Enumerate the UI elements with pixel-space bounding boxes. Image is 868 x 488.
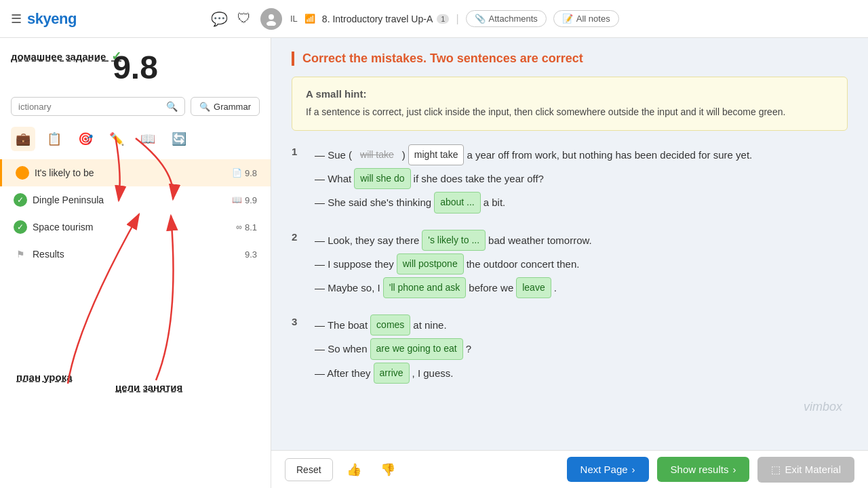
score-icon: 📄 [232,168,242,178]
answer-badge-green[interactable]: about ... [434,192,481,213]
hamburger-icon[interactable]: ☰ [11,12,22,26]
level-indicator: IL [290,14,298,24]
exercise-line: — Maybe so, I 'll phone and ask before w… [315,277,848,298]
all-notes-button[interactable]: 📝 All notes [553,10,619,27]
toolbar-row: 💼 📋 🎯 ✏️ 📖 🔄 [0,121,271,157]
lesson-score: ∞ 8.1 [236,222,257,232]
exercise-3: 3 — The boat comes at nine. — So when ar… [292,314,848,386]
answer-badge-green[interactable]: will she do [354,168,410,189]
attachment-icon: 📎 [475,14,486,24]
exercise-line: — The boat comes at nine. [315,314,848,336]
list-item[interactable]: It's likely to be 📄 9.8 [0,159,271,186]
thumbs-up-button[interactable]: 👍 [341,460,367,480]
list-item[interactable]: ✓ Dingle Peninsula 📖 9.9 [0,186,271,214]
lesson-status-green: ✓ [14,193,27,207]
answer-badge-green[interactable]: 's likely to ... [422,230,486,251]
list-item[interactable]: ⚑ Results 9.3 [0,241,271,268]
chat-icon[interactable]: 💬 [211,11,228,27]
book-tool-button[interactable]: 📖 [136,127,160,151]
answer-badge-green[interactable]: arrive [374,363,410,384]
score-section: домашнее задание ✓ 9.8 [0,38,271,92]
sidebar: домашнее задание ✓ 9.8 🔍 🔍 Grammar 💼 📋 [0,38,271,488]
content-area: Correct the mistakes. Two sentences are … [271,38,868,488]
exercise-content: — Sue ( will take ) might take a year of… [315,144,848,216]
show-results-button[interactable]: Show results › [657,457,750,482]
lesson-name: It's likely to be [35,167,226,178]
exercise-line: — Sue ( will take ) might take a year of… [315,144,848,165]
briefcase-icon: 💼 [16,131,31,146]
avatar[interactable] [260,8,282,30]
answer-badge-green[interactable]: will postpone [397,253,464,274]
target-tool-button[interactable]: 🎯 [73,127,98,151]
exercise-2: 2 — Look, they say there 's likely to ..… [292,230,848,302]
top-navigation: ☰ skyeng 💬 🛡 IL 📶 8. Introductory travel… [0,0,868,38]
notes-icon: 📝 [562,14,573,24]
refresh-icon: 🔄 [172,131,186,146]
exercise-number: 2 [292,230,305,243]
annotation-goals-label: цели занятия [115,382,182,393]
exercise-line: — Look, they say there 's likely to ... … [315,230,848,251]
exercise-line: — She said she's thinking about ... a bi… [315,192,848,213]
checkmark-icon: ✓ [111,49,121,63]
lesson-list: It's likely to be 📄 9.8 ✓ Dingle Peninsu… [0,157,271,488]
answer-badge-green[interactable]: are we going to eat [370,338,463,359]
answer-badge-green[interactable]: 'll phone and ask [383,277,467,298]
reset-button[interactable]: Reset [285,458,333,481]
thumbs-down-button[interactable]: 👎 [375,460,401,480]
exit-material-button[interactable]: ⬚ Exit Material [757,457,854,483]
svg-rect-3 [21,169,24,171]
score-icon: 📖 [232,195,242,205]
next-page-button[interactable]: Next Page › [567,457,649,482]
svg-rect-2 [19,171,26,176]
exercise-content: — Look, they say there 's likely to ... … [315,230,848,302]
vimbox-watermark: vimbox [292,400,848,414]
pen-tool-button[interactable]: ✏️ [104,127,129,151]
bottom-bar: Reset 👍 👎 Next Page › Show results › ⬚ E… [271,450,868,488]
answer-badge-green[interactable]: leave [516,277,551,298]
annotation-plan-label: план урока [16,371,72,383]
search-icon: 🔍 [166,101,178,112]
search-row: 🔍 🔍 Grammar [0,92,271,121]
search-input[interactable] [18,102,162,112]
attachments-button[interactable]: 📎 Attachments [466,10,547,27]
book-icon: 📖 [140,131,155,146]
exercise-line: — What will she do if she does take the … [315,168,848,189]
answer-badge-green[interactable]: comes [370,314,410,336]
lesson-score: 📄 9.8 [232,168,257,178]
separator: | [456,13,458,25]
exercise-number: 3 [292,314,305,327]
hint-text: If a sentence is correct, just click ins… [306,105,833,119]
exercise-line: — I suppose they will postpone the outdo… [315,253,848,274]
exercise-content: — The boat comes at nine. — So when are … [315,314,848,386]
lesson-tab[interactable]: 8. Introductory travel Up-A 1 [322,14,450,24]
dictionary-search[interactable]: 🔍 [11,97,185,116]
answer-badge-outlined[interactable]: might take [408,144,465,165]
copy-tool-button[interactable]: 📋 [42,127,66,151]
content-scroll: Correct the mistakes. Two sentences are … [271,38,868,450]
chevron-right-icon: › [632,464,635,475]
svg-point-1 [267,21,276,26]
exercises-container: 1 — Sue ( will take ) might take a year … [292,144,848,397]
list-item[interactable]: ✓ Space tourism ∞ 8.1 [0,214,271,241]
lesson-name: Dingle Peninsula [33,195,226,205]
exercise-number: 1 [292,144,305,157]
help-icon[interactable]: 🛡 [237,11,251,26]
grammar-search-icon: 🔍 [199,102,210,112]
lesson-status-flag: ⚑ [14,247,27,261]
briefcase-tool-button[interactable]: 💼 [11,127,35,151]
lesson-name: Space tourism [33,222,231,232]
homework-label: домашнее задание ✓ [11,49,121,64]
exercise-1: 1 — Sue ( will take ) might take a year … [292,144,848,216]
exercise-line: — So when are we going to eat ? [315,338,848,359]
exercise-line: — After they arrive , I guess. [315,363,848,384]
copy-icon: 📋 [47,131,62,146]
score-icon: ∞ [236,222,242,232]
lesson-badge: 1 [437,14,449,24]
nav-left: ☰ skyeng 💬 🛡 [11,8,282,30]
nav-center: IL 📶 8. Introductory travel Up-A 1 | 📎 A… [290,10,857,27]
grammar-button[interactable]: 🔍 Grammar [191,97,260,116]
lesson-status-orange [16,166,29,180]
main-layout: домашнее задание ✓ 9.8 🔍 🔍 Grammar 💼 📋 [0,38,868,488]
refresh-tool-button[interactable]: 🔄 [167,127,191,151]
target-icon: 🎯 [78,131,93,146]
